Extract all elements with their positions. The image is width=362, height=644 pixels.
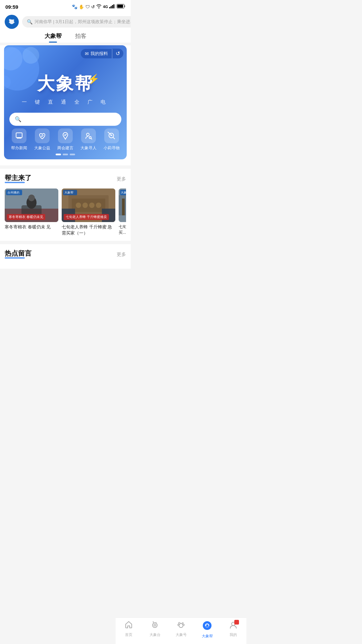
- svg-point-10: [13, 19, 14, 21]
- xunwu-icon: [104, 128, 119, 143]
- news-card-2[interactable]: 大象剧场 七旬老...急需买...: [119, 189, 126, 236]
- hot-comments-more[interactable]: 更多: [117, 252, 126, 258]
- svg-point-38: [82, 203, 88, 208]
- search-icon: 🔍: [27, 19, 33, 24]
- svg-line-22: [91, 139, 92, 140]
- tab-pake[interactable]: 拍客: [75, 32, 86, 43]
- dot-2: [63, 154, 68, 155]
- status-icons: 🐾 ✋ 🛡 ↺ 4G: [72, 4, 125, 10]
- xunren-icon: [81, 128, 96, 143]
- svg-text:大象帮: 大象帮: [64, 191, 73, 194]
- status-time: 09:59: [5, 4, 18, 10]
- signal-icon: [109, 4, 115, 10]
- svg-point-9: [9, 19, 11, 21]
- banner: ✉ 我的报料 ↺ 大象帮 ⚡ 一 键 直 通 全 广 电 🔍: [4, 45, 127, 159]
- my-report-button[interactable]: ✉ 我的报料: [81, 49, 112, 58]
- news-thumb-0: 台州播的 寒冬寄棉衣 春暖仍未见: [5, 189, 58, 222]
- bangzhu-more[interactable]: 更多: [117, 176, 126, 182]
- svg-line-24: [113, 137, 115, 139]
- cat-xunren[interactable]: 大象寻人: [80, 128, 97, 151]
- hot-comments-title-container: 热点留言: [5, 249, 32, 260]
- app-logo[interactable]: [5, 15, 19, 29]
- bangzhu-title: 帮主来了: [5, 174, 32, 181]
- shield-icon: 🛡: [85, 4, 90, 9]
- home-icon: [124, 621, 131, 631]
- svg-rect-3: [113, 4, 114, 8]
- svg-point-12: [13, 22, 15, 23]
- news-thumb-1: 大象帮 七旬老人养蜂 千斤蜂蜜难卖: [62, 189, 115, 222]
- nav-home[interactable]: 首页: [116, 621, 131, 639]
- logo-icon: [7, 17, 16, 26]
- news-card-1[interactable]: 大象帮 七旬老人养蜂 千斤蜂蜜难卖 七旬老人养蜂 千斤蜂蜜 急需买家（一）: [62, 189, 115, 236]
- news-badge-1: 七旬老人养蜂 千斤蜂蜜难卖: [64, 214, 109, 220]
- banner-search-icon: 🔍: [15, 116, 21, 122]
- category-bar: 帮办新闻 大象公益: [4, 126, 127, 157]
- envelope-icon: ✉: [85, 51, 89, 56]
- refresh-icon: ↺: [116, 50, 120, 57]
- lianghui-icon: [58, 128, 73, 143]
- lightning-icon: ⚡: [88, 73, 100, 85]
- hot-comments-title: 热点留言: [5, 250, 32, 257]
- banner-main-title: 大象帮: [37, 74, 94, 93]
- category-icons: 帮办新闻 大象公益: [7, 128, 123, 151]
- wifi-icon: [96, 4, 102, 9]
- cat-gongyi-label: 大象公益: [34, 145, 50, 151]
- search-bar[interactable]: 🔍 河南你早 | 3月1日起，郑州这项政策停止；乘坐进...: [22, 16, 131, 28]
- cat-bangban-xinwen[interactable]: 帮办新闻: [11, 128, 27, 151]
- cat-gongyi[interactable]: 大象公益: [34, 128, 50, 151]
- tab-daxiangbang[interactable]: 大象帮: [45, 32, 62, 43]
- banner-search[interactable]: 🔍: [9, 113, 121, 126]
- svg-point-30: [28, 195, 35, 201]
- bangban-icon: [12, 128, 26, 143]
- cat-xunwu[interactable]: 小莉寻物: [104, 128, 120, 151]
- svg-rect-4: [115, 4, 115, 8]
- cat-lianghui-label: 两会建言: [57, 145, 73, 151]
- bangzhu-title-underline: [5, 182, 25, 183]
- dot-1: [56, 154, 61, 155]
- banner-title-area: 大象帮 ⚡ 一 键 直 通 全 广 电: [4, 65, 127, 105]
- news-badge-0: 寒冬寄棉衣 春暖仍未见: [7, 214, 45, 220]
- svg-text:大象剧场: 大象剧场: [121, 191, 126, 194]
- hot-comments-section: 热点留言 更多: [0, 244, 131, 269]
- gongyi-icon: [35, 128, 50, 143]
- hot-comments-header: 热点留言 更多: [5, 249, 126, 260]
- news-title-0: 寒冬寄棉衣 春暖仍未 见: [5, 224, 58, 230]
- banner-section: ✉ 我的报料 ↺ 大象帮 ⚡ 一 键 直 通 全 广 电 🔍: [0, 45, 131, 165]
- cat-xunwu-label: 小莉寻物: [104, 145, 120, 151]
- 4g-icon: 4G: [103, 5, 108, 9]
- main-title-container: 大象帮 ⚡: [37, 72, 94, 96]
- svg-rect-17: [16, 133, 22, 138]
- bangzhu-section: 帮主来了 更多 台州播的: [0, 169, 131, 241]
- my-report-label: 我的报料: [90, 51, 108, 57]
- svg-rect-7: [124, 5, 125, 7]
- svg-line-25: [108, 132, 112, 136]
- battery-icon: [117, 4, 125, 10]
- cat-lianghui[interactable]: 两会建言: [57, 128, 73, 151]
- paw-icon: 🐾: [72, 4, 77, 9]
- svg-point-40: [96, 203, 101, 208]
- dot-3: [70, 154, 75, 155]
- svg-rect-1: [111, 6, 112, 8]
- svg-point-11: [9, 22, 10, 23]
- bangzhu-title-wrap: 帮主来了: [5, 173, 32, 184]
- svg-text:台州播的: 台州播的: [7, 191, 19, 194]
- svg-point-37: [76, 203, 81, 208]
- cat-bangban-label: 帮办新闻: [11, 145, 27, 151]
- header: 🔍 河南你早 | 3月1日起，郑州这项政策停止；乘坐进...: [0, 12, 131, 29]
- svg-rect-2: [112, 5, 113, 8]
- cat-xunren-label: 大象寻人: [80, 145, 97, 151]
- svg-point-15: [22, 47, 39, 64]
- news-thumb-2: 大象剧场: [119, 189, 126, 222]
- refresh-button[interactable]: ↺: [112, 49, 123, 58]
- banner-subtitle: 一 键 直 通 全 广 电: [22, 99, 109, 105]
- news-card-0[interactable]: 台州播的 寒冬寄棉衣 春暖仍未见 寒冬寄棉衣 春暖仍未 见: [5, 189, 58, 236]
- svg-rect-0: [109, 7, 110, 8]
- svg-point-39: [89, 203, 95, 208]
- news-title-1: 七旬老人养蜂 千斤蜂蜜 急需买家（一）: [62, 224, 115, 236]
- hot-comments-underline: [5, 257, 25, 259]
- dots-indicator: [7, 154, 123, 155]
- search-placeholder: 河南你早 | 3月1日起，郑州这项政策停止；乘坐进...: [35, 19, 131, 25]
- nav-home-label: 首页: [125, 632, 131, 637]
- svg-rect-6: [117, 5, 123, 8]
- bangzhu-title-container: 帮主来了: [5, 173, 32, 184]
